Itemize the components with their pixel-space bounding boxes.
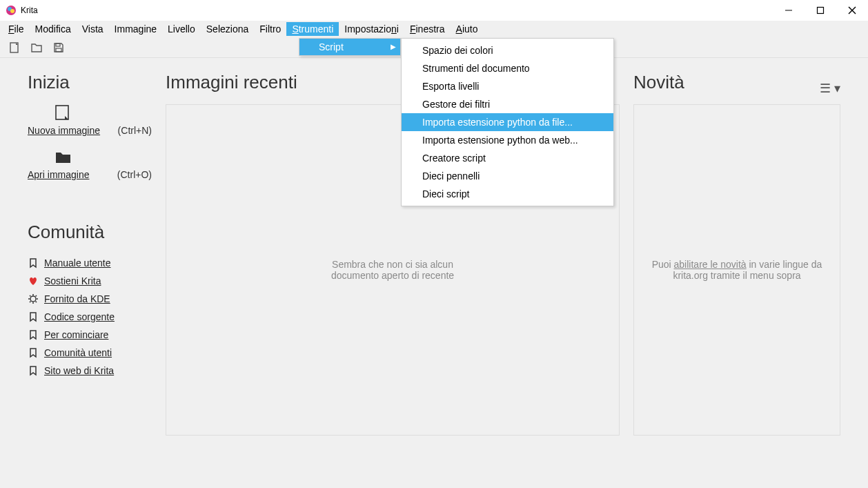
script-item-color-space[interactable]: Spazio dei colori — [402, 41, 613, 59]
script-item-filter-manager[interactable]: Gestore dei filtri — [402, 95, 613, 113]
close-icon — [847, 6, 857, 15]
svg-point-13 — [30, 296, 36, 302]
news-enable-link[interactable]: abilitare le novità — [674, 259, 747, 270]
svg-rect-11 — [56, 106, 68, 119]
svg-rect-9 — [56, 43, 60, 46]
community-kde[interactable]: Fornito da KDE — [28, 290, 152, 308]
menu-image[interactable]: Immagine — [109, 22, 162, 36]
window-controls — [773, 0, 868, 21]
submenu-script-label: Script — [319, 41, 344, 52]
bookmark-icon — [28, 347, 39, 358]
community-getstarted[interactable]: Per cominciare — [28, 326, 152, 344]
svg-rect-10 — [56, 48, 61, 52]
save-icon[interactable] — [52, 41, 65, 54]
script-item-creator[interactable]: Creatore script — [402, 149, 613, 167]
menu-help[interactable]: Aiuto — [451, 22, 484, 36]
submenu-script[interactable]: Script ▶ — [299, 39, 400, 55]
chevron-right-icon: ▶ — [391, 43, 396, 50]
menu-settings[interactable]: Impostazioni — [339, 22, 404, 36]
bookmark-icon — [28, 257, 39, 269]
news-heading: Novità — [633, 72, 684, 93]
community-heading: Comunità — [28, 222, 152, 243]
svg-rect-4 — [818, 8, 824, 14]
community-source[interactable]: Codice sorgente — [28, 308, 152, 326]
news-menu-button[interactable]: ☰ ▾ — [820, 81, 840, 96]
recent-empty-line2: documento aperto di recente — [331, 270, 454, 281]
minimize-button[interactable] — [773, 0, 805, 21]
open-image-label: Apri immagine — [28, 169, 89, 180]
bookmark-icon — [28, 329, 39, 340]
community-list: Manuale utente Sostieni Krita Fornito da… — [28, 254, 152, 380]
tools-submenu: Script ▶ — [299, 38, 401, 56]
community-manual-label: Manuale utente — [44, 257, 111, 269]
start-heading: Inizia — [28, 72, 152, 93]
script-item-ten-brushes[interactable]: Dieci pennelli — [402, 167, 613, 185]
script-item-export-layers[interactable]: Esporta livelli — [402, 77, 613, 95]
open-image-block[interactable]: Apri immagine (Ctrl+O) — [28, 148, 152, 180]
news-text-1: Puoi — [652, 259, 674, 270]
heart-icon — [28, 275, 39, 286]
community-website-label: Sito web di Krita — [44, 365, 114, 376]
community-users-label: Comunità utenti — [44, 347, 112, 358]
script-item-doc-tools[interactable]: Strumenti del documento — [402, 59, 613, 77]
menu-layer[interactable]: Livello — [162, 22, 201, 36]
menu-edit[interactable]: Modifica — [30, 22, 77, 36]
bookmark-icon — [28, 365, 39, 376]
menu-filter[interactable]: Filtro — [254, 22, 286, 36]
menu-window[interactable]: Finestra — [404, 22, 451, 36]
minimize-icon — [785, 6, 793, 14]
maximize-button[interactable] — [805, 0, 836, 21]
krita-logo-icon — [6, 5, 17, 16]
new-file-icon[interactable] — [8, 41, 21, 54]
new-image-icon — [54, 104, 73, 121]
recent-empty-line1: Sembra che non ci sia alcun — [332, 259, 453, 270]
menu-view[interactable]: Vista — [77, 22, 109, 36]
svg-point-2 — [10, 9, 14, 13]
start-column: Inizia Nuova immagine (Ctrl+N) Apri imma… — [28, 72, 152, 436]
open-image-icon — [54, 148, 73, 165]
new-image-block[interactable]: Nuova immagine (Ctrl+N) — [28, 104, 152, 136]
new-image-shortcut: (Ctrl+N) — [118, 125, 152, 136]
community-manual[interactable]: Manuale utente — [28, 254, 152, 272]
recent-empty-text: Sembra che non ci sia alcun documento ap… — [331, 259, 454, 281]
script-item-import-web[interactable]: Importa estensione python da web... — [402, 131, 613, 149]
menu-select[interactable]: Seleziona — [201, 22, 255, 36]
open-folder-icon[interactable] — [30, 41, 43, 54]
community-support-label: Sostieni Krita — [44, 275, 101, 286]
community-source-label: Codice sorgente — [44, 311, 115, 322]
bookmark-icon — [28, 311, 39, 322]
community-support[interactable]: Sostieni Krita — [28, 272, 152, 290]
news-panel: Puoi abilitare le novità in varie lingue… — [633, 104, 840, 436]
community-kde-label: Fornito da KDE — [44, 293, 110, 304]
menu-bar: File Modifica Vista Immagine Livello Sel… — [0, 21, 868, 37]
news-column: Novità ☰ ▾ Puoi abilitare le novità in v… — [633, 72, 840, 436]
script-item-import-file[interactable]: Importa estensione python da file... — [402, 113, 613, 131]
new-image-label: Nuova immagine — [28, 125, 100, 136]
title-bar: Krita — [0, 0, 868, 21]
community-getstarted-label: Per cominciare — [44, 329, 108, 340]
news-text: Puoi abilitare le novità in varie lingue… — [648, 259, 826, 281]
script-submenu: Spazio dei colori Strumenti del document… — [401, 38, 614, 206]
community-website[interactable]: Sito web di Krita — [28, 362, 152, 380]
kde-icon — [28, 293, 39, 304]
menu-file[interactable]: File — [3, 22, 30, 36]
community-users[interactable]: Comunità utenti — [28, 344, 152, 362]
script-item-ten-scripts[interactable]: Dieci script — [402, 185, 613, 203]
open-image-shortcut: (Ctrl+O) — [117, 169, 152, 180]
menu-tools[interactable]: Strumenti — [286, 22, 339, 36]
maximize-icon — [816, 6, 825, 14]
window-title: Krita — [21, 6, 38, 15]
close-button[interactable] — [836, 0, 868, 21]
